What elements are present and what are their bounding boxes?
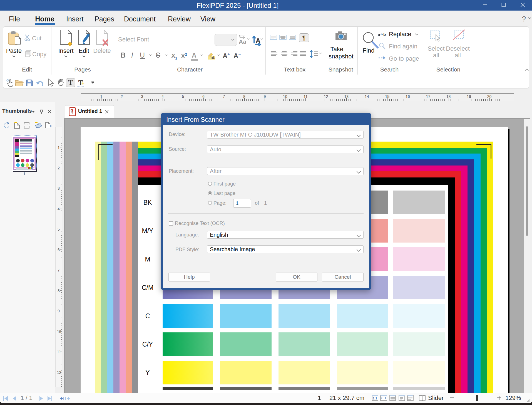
svg-text:a: a (378, 32, 380, 37)
svg-text:b: b (383, 32, 386, 37)
svg-text:Aa: Aa (239, 38, 246, 45)
svg-text:ab: ab (211, 55, 215, 60)
svg-text:1:1: 1:1 (373, 397, 377, 400)
